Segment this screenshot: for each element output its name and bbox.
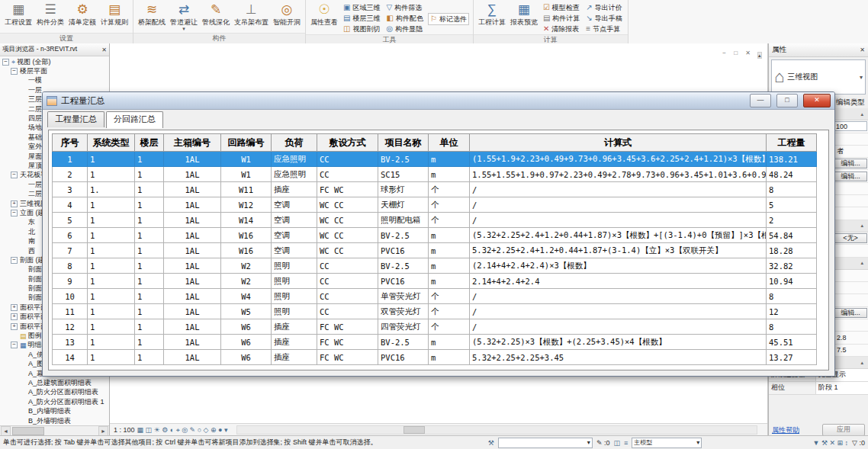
ribbon-button[interactable]: ▣区域三维 bbox=[342, 2, 381, 13]
ribbon-button[interactable]: ▤楼层三维 bbox=[342, 13, 381, 24]
column-header[interactable]: 序号 bbox=[53, 134, 88, 152]
tree-item[interactable]: A_防火分区面积明细表 1 bbox=[0, 397, 109, 406]
property-value[interactable]: 阶段 1 bbox=[816, 382, 868, 394]
collapse-icon[interactable]: − bbox=[2, 59, 9, 66]
tree-item[interactable]: 一模 bbox=[0, 76, 109, 85]
status-tool-icon[interactable]: ▼ bbox=[812, 439, 821, 447]
table-row[interactable]: 5111ALW14空调WC CC照明配电箱个/2 bbox=[53, 213, 817, 228]
column-header[interactable]: 计算式 bbox=[470, 134, 767, 152]
ribbon-button[interactable]: ◎构件显隐 bbox=[384, 24, 424, 34]
table-row[interactable]: 8111ALW2照明CCBV-2.5m(2.14+4+2.4+2.4)×3【根数… bbox=[53, 258, 817, 274]
chevron-down-icon[interactable]: ▾ bbox=[587, 439, 590, 446]
view-tool-icon[interactable]: ☀ bbox=[154, 426, 162, 434]
tab-circuit-summary[interactable]: 分回路汇总 bbox=[106, 111, 163, 128]
edit-button[interactable]: 编辑... bbox=[834, 308, 867, 318]
view-tool-icon[interactable]: ◎ bbox=[182, 426, 189, 434]
ribbon-button[interactable]: ☑模型检查 bbox=[542, 2, 581, 13]
table-row[interactable]: 31.11ALW11插座FC WC球形灯个/8 bbox=[53, 182, 817, 197]
close-icon[interactable]: ✕ bbox=[101, 47, 107, 53]
view-tool-icon[interactable]: ◇ bbox=[204, 426, 211, 434]
scroll-up-icon[interactable]: ▴ bbox=[757, 52, 762, 59]
table-row[interactable]: 13111ALW6插座FC WCBV-2.5m(5.32+2.25)×3【根数】… bbox=[53, 335, 817, 350]
view-tool-icon[interactable]: ⊕ bbox=[211, 426, 218, 434]
view-tool-icon[interactable]: ● bbox=[218, 426, 224, 434]
view-scale[interactable]: 1 : 100 bbox=[114, 426, 135, 434]
ribbon-button[interactable]: ⚐标记选件 bbox=[428, 13, 469, 25]
editable-only-count[interactable]: ✎ :0 bbox=[596, 439, 610, 447]
tree-item[interactable]: A_总建筑面积明细表 bbox=[0, 378, 109, 387]
ribbon-button[interactable]: ⊥支吊架布置 bbox=[232, 2, 271, 27]
ribbon-button[interactable]: ✎管线深化 bbox=[200, 2, 232, 27]
view-tool-icon[interactable]: ▦ bbox=[137, 426, 146, 434]
ribbon-button[interactable]: ◧构件配色 bbox=[384, 13, 424, 24]
view-tool-icon[interactable]: ◫ bbox=[146, 426, 154, 434]
chevron-down-icon[interactable]: ▾ bbox=[860, 74, 863, 81]
ribbon-button[interactable]: ☰构件分类 bbox=[34, 2, 66, 27]
table-row[interactable]: 6111ALW16空调WC CCBV-2.5m(5.32+2.25+2.4+1.… bbox=[53, 228, 817, 243]
workset-combo[interactable]: ▾ bbox=[498, 438, 593, 448]
table-row[interactable]: 7111ALW16空调WC CCPVC16m5.32+2.25+2.4+1.2+… bbox=[53, 243, 817, 258]
properties-help-link[interactable]: 属性帮助 bbox=[772, 425, 799, 435]
ribbon-button[interactable]: ≋桥架配线 bbox=[136, 2, 168, 27]
tree-item[interactable]: −楼层平面 bbox=[0, 66, 109, 75]
column-header[interactable]: 敷设方式 bbox=[317, 134, 378, 152]
expand-icon[interactable]: + bbox=[11, 304, 18, 311]
view-tool-icon[interactable]: ▾ bbox=[224, 426, 228, 434]
view-tool-icon[interactable]: ○ bbox=[198, 426, 204, 434]
ribbon-button[interactable]: ◎智能开洞 bbox=[271, 2, 303, 27]
ribbon-button[interactable]: ▤构件计算 bbox=[542, 13, 581, 24]
canvas-hscrollbar[interactable] bbox=[236, 425, 757, 435]
ribbon-button[interactable]: ◫视图剖切 bbox=[342, 24, 381, 34]
collapse-caret-icon[interactable]: ▴ bbox=[860, 223, 863, 229]
table-row[interactable]: 2111ALW1应急照明CCSC15m1.55+1.55+1.9+0.97+2.… bbox=[53, 167, 817, 182]
column-header[interactable]: 主箱编号 bbox=[164, 134, 221, 152]
collapse-caret-icon[interactable]: ▴ bbox=[860, 260, 863, 266]
table-row[interactable]: 14111ALW6插座FC WCPVC16m5.32+2.25+2.25+3.4… bbox=[53, 350, 817, 365]
main-model-icon[interactable]: ≡ bbox=[624, 439, 628, 447]
view-tool-icon[interactable]: ✎ bbox=[190, 426, 198, 434]
ribbon-button[interactable]: ▦报表预览 bbox=[508, 2, 540, 27]
tab-quantity-summary[interactable]: 工程量汇总 bbox=[47, 111, 104, 127]
collapse-icon[interactable]: − bbox=[11, 68, 18, 75]
minimize-icon[interactable]: − bbox=[722, 50, 729, 56]
design-option-combo[interactable]: 主模型 ▾ bbox=[632, 438, 702, 448]
close-icon[interactable]: ✕ bbox=[745, 50, 754, 56]
restore-icon[interactable]: □ bbox=[734, 50, 741, 56]
ribbon-button[interactable]: ≡节点手算 bbox=[584, 24, 623, 34]
design-option-icon[interactable]: ◫ bbox=[613, 439, 620, 447]
filter-count[interactable]: ▽ :0 bbox=[852, 439, 865, 447]
tree-item[interactable]: B_内墙明细表 bbox=[0, 406, 109, 415]
table-row[interactable]: 1111ALW1应急照明CCBV-2.5m(1.55+1.9+2.23+0.49… bbox=[53, 152, 817, 167]
tree-item[interactable]: −⌖视图 (全部) bbox=[0, 57, 109, 66]
table-row[interactable]: 4111ALW12空调WC CC天棚灯个/5 bbox=[53, 197, 817, 213]
ribbon-button[interactable]: ∑工程计算 bbox=[476, 2, 508, 27]
ribbon-button[interactable]: ▦工程设置 bbox=[2, 2, 34, 27]
ribbon-button[interactable]: ☉属性查看 bbox=[308, 2, 340, 27]
expand-icon[interactable]: + bbox=[11, 313, 18, 320]
table-row[interactable]: 12111ALW6插座FC WC四管荧光灯个/8 bbox=[53, 319, 817, 335]
status-tool-icon[interactable]: ⊞ bbox=[837, 439, 845, 447]
ribbon-button[interactable]: ✕清除报表 bbox=[542, 24, 581, 34]
minimize-button[interactable]: — bbox=[750, 94, 771, 107]
ribbon-button[interactable]: ▽构件筛选 bbox=[384, 2, 424, 13]
collapse-caret-icon[interactable]: ▴ bbox=[860, 360, 863, 366]
edit-button[interactable]: 编辑... bbox=[834, 159, 867, 168]
scrollbar-thumb[interactable] bbox=[403, 426, 425, 434]
chevron-down-icon[interactable]: ▾ bbox=[696, 439, 699, 446]
horizontal-scrollbar[interactable]: ◄ ► bbox=[0, 425, 109, 436]
expand-icon[interactable]: + bbox=[11, 323, 18, 330]
scrollbar-thumb[interactable] bbox=[12, 427, 44, 435]
column-header[interactable]: 工程量 bbox=[767, 134, 817, 152]
edit-button[interactable]: <无> bbox=[834, 233, 867, 243]
ribbon-button[interactable]: ↗导出计价 bbox=[584, 2, 623, 13]
maximize-button[interactable]: □ bbox=[776, 94, 798, 107]
close-icon[interactable]: ✕ bbox=[860, 47, 865, 53]
collapse-icon[interactable]: − bbox=[11, 172, 18, 178]
ribbon-button[interactable]: ▤计算规则 bbox=[98, 2, 130, 27]
status-tool-icon[interactable]: ⚒ bbox=[821, 439, 830, 447]
collapse-caret-icon[interactable]: ▴ bbox=[860, 111, 863, 117]
column-header[interactable]: 负荷 bbox=[272, 134, 317, 152]
collapse-icon[interactable]: − bbox=[11, 257, 18, 264]
status-tool-icon[interactable]: ✕ bbox=[829, 439, 837, 447]
property-value[interactable]: 100 bbox=[834, 121, 867, 131]
